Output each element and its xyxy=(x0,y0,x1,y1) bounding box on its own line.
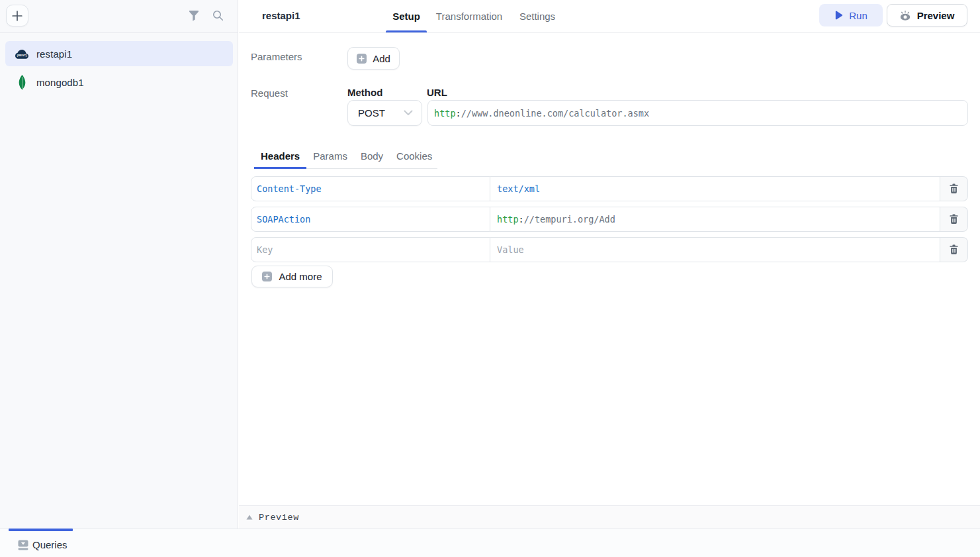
add-label: Add xyxy=(373,53,390,64)
queries-tab-label: Queries xyxy=(32,539,67,550)
trash-icon xyxy=(949,244,959,255)
subtab-headers[interactable]: Headers xyxy=(254,145,306,167)
method-label: Method xyxy=(347,87,382,98)
delete-header-button[interactable] xyxy=(940,207,968,232)
delete-header-button[interactable] xyxy=(940,176,968,201)
queries-tab[interactable]: Queries xyxy=(18,531,67,557)
header-key-input[interactable]: SOAPAction xyxy=(251,207,490,232)
tab-settings[interactable]: Settings xyxy=(517,0,558,32)
tab-setup[interactable]: Setup xyxy=(386,0,427,32)
query-editor-header: restapi1 Setup Transformation Settings R… xyxy=(239,0,980,33)
query-list-sidebar: {REST} restapi1 mongodb1 xyxy=(0,0,238,529)
url-input[interactable]: http://www.dneonline.com/calculator.asmx xyxy=(427,100,968,126)
mongodb-leaf-icon xyxy=(15,75,28,90)
trash-icon xyxy=(949,183,959,194)
filter-icon xyxy=(189,10,199,21)
request-label: Request xyxy=(251,87,288,99)
header-value-input[interactable]: http://tempuri.org/Add xyxy=(490,207,940,232)
eye-icon xyxy=(900,10,911,21)
subtab-cookies[interactable]: Cookies xyxy=(390,145,439,167)
play-icon xyxy=(834,11,843,20)
header-key-value: Content-Type xyxy=(257,183,322,194)
plus-square-icon xyxy=(262,272,272,281)
header-value-input[interactable]: Value xyxy=(490,237,940,262)
header-value-input[interactable]: text/xml xyxy=(490,176,940,201)
subtab-params[interactable]: Params xyxy=(306,145,354,167)
filter-queries-button[interactable] xyxy=(187,8,201,23)
plus-square-icon xyxy=(357,54,367,64)
active-subtab-underline xyxy=(254,167,306,169)
trash-icon xyxy=(949,214,959,225)
preview-button[interactable]: Preview xyxy=(887,4,967,26)
method-select[interactable]: POST xyxy=(347,100,422,126)
search-queries-button[interactable] xyxy=(210,8,225,23)
svg-text:{REST}: {REST} xyxy=(17,54,26,57)
url-label: URL xyxy=(427,87,447,98)
header-key-value: SOAPAction xyxy=(257,214,310,225)
request-subtabs: Headers Params Body Cookies xyxy=(254,145,439,167)
query-item-restapi1[interactable]: {REST} restapi1 xyxy=(5,41,233,66)
rest-api-cloud-icon: {REST} xyxy=(15,49,28,59)
add-parameter-button[interactable]: Add xyxy=(347,47,400,70)
run-button[interactable]: Run xyxy=(819,4,883,26)
add-query-button[interactable] xyxy=(6,5,28,26)
delete-header-button[interactable] xyxy=(940,237,968,262)
query-list-header xyxy=(0,0,238,33)
query-item-label: restapi1 xyxy=(36,48,72,60)
header-key-input[interactable]: Content-Type xyxy=(251,176,490,201)
query-item-mongodb1[interactable]: mongodb1 xyxy=(5,70,233,95)
query-editor-panel: {REST} restapi1 mongodb1 restapi1 Setup xyxy=(0,0,980,557)
chevron-down-icon xyxy=(404,110,413,116)
add-more-button[interactable]: Add more xyxy=(251,266,333,287)
bottom-panel-bar: Queries xyxy=(0,529,980,557)
tab-transformation[interactable]: Transformation xyxy=(433,0,506,32)
header-row: SOAPAction http://tempuri.org/Add xyxy=(251,207,969,232)
header-key-placeholder: Key xyxy=(257,244,273,255)
preview-bar-label: Preview xyxy=(259,513,299,523)
preview-label: Preview xyxy=(917,10,955,21)
query-title: restapi1 xyxy=(262,10,300,21)
header-value-placeholder: Value xyxy=(497,244,524,255)
response-preview-toggle[interactable]: Preview xyxy=(239,505,980,529)
add-more-label: Add more xyxy=(279,271,322,282)
method-value: POST xyxy=(358,107,385,119)
query-item-label: mongodb1 xyxy=(36,77,84,88)
triangle-up-icon xyxy=(246,515,253,520)
query-editor-main: restapi1 Setup Transformation Settings R… xyxy=(239,0,980,529)
header-row: Key Value xyxy=(251,237,969,262)
active-tab-underline xyxy=(386,30,427,32)
url-value: http://www.dneonline.com/calculator.asmx xyxy=(434,108,649,119)
parameters-label: Parameters xyxy=(251,51,302,62)
subtab-body[interactable]: Body xyxy=(354,145,390,167)
header-value-value: text/xml xyxy=(497,183,540,194)
queries-panel-icon xyxy=(18,540,28,550)
header-value-value: http://tempuri.org/Add xyxy=(497,214,615,225)
header-key-input[interactable]: Key xyxy=(251,237,490,262)
plus-icon xyxy=(12,11,22,21)
search-icon xyxy=(212,10,224,21)
run-label: Run xyxy=(849,10,868,21)
header-row: Content-Type text/xml xyxy=(251,176,969,201)
